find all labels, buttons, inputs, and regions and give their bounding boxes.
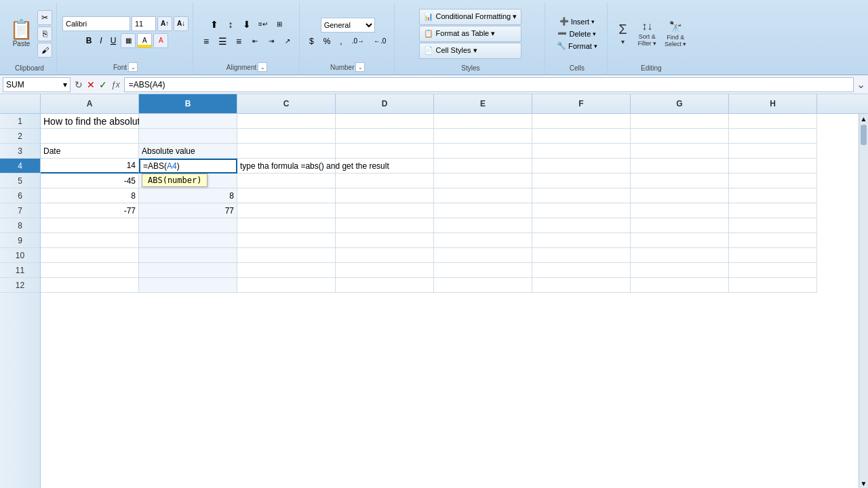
cell-E6[interactable] [434,188,532,203]
cell-A3[interactable]: Date [41,144,139,159]
cell-H2[interactable] [729,129,817,144]
cell-E2[interactable] [434,129,532,144]
cell-G11[interactable] [631,263,729,278]
row-num-1[interactable]: 1 [0,114,40,129]
cell-A12[interactable] [41,278,139,293]
cell-A11[interactable] [41,263,139,278]
cell-E4[interactable] [434,159,532,174]
find-select-button[interactable]: 🔭 Find &Select ▾ [662,16,690,52]
row-num-8[interactable]: 8 [0,218,40,233]
cell-G9[interactable] [631,233,729,248]
cell-H9[interactable] [729,233,817,248]
cell-H5[interactable] [729,174,817,188]
copy-button[interactable]: ⎘ [37,26,52,41]
cell-H10[interactable] [729,248,817,263]
col-header-F[interactable]: F [532,94,631,113]
row-num-6[interactable]: 6 [0,188,40,203]
align-center-button[interactable]: ☰ [215,34,230,49]
sort-filter-button[interactable]: ↕↓ Sort &Filter ▾ [635,16,659,52]
cell-D2[interactable] [336,129,434,144]
formula-input[interactable] [124,77,854,92]
cell-D4[interactable] [336,159,434,174]
font-size-input[interactable] [132,16,156,31]
cell-A2[interactable] [41,129,139,144]
row-num-4[interactable]: 4 [0,159,40,174]
cell-F3[interactable] [532,144,631,159]
cell-A10[interactable] [41,248,139,263]
cell-B12[interactable] [139,278,237,293]
cell-A8[interactable] [41,218,139,233]
cell-B9[interactable] [139,233,237,248]
number-expand[interactable]: ⌄ [355,62,365,72]
col-header-E[interactable]: E [434,94,532,113]
cancel-button[interactable]: ✕ [85,79,96,90]
cell-G1[interactable] [631,114,729,129]
cell-F7[interactable] [532,203,631,218]
cell-D3[interactable] [336,144,434,159]
font-color-button[interactable]: A [153,33,168,48]
cell-H8[interactable] [729,218,817,233]
cell-D7[interactable] [336,203,434,218]
align-right-button[interactable]: ≡ [231,34,246,49]
cell-B8[interactable] [139,218,237,233]
cell-D8[interactable] [336,218,434,233]
cell-E3[interactable] [434,144,532,159]
font-name-input[interactable] [62,16,130,31]
delete-button[interactable]: ➖ Delete ▾ [555,28,599,39]
vertical-scrollbar[interactable]: ▲ ▼ [859,114,868,488]
cell-C12[interactable] [237,278,336,293]
cell-C6[interactable] [237,188,336,203]
cell-A4[interactable]: 14 [41,159,139,174]
cell-A7[interactable]: -77 [41,203,139,218]
row-num-2[interactable]: 2 [0,129,40,144]
cell-F5[interactable] [532,174,631,188]
cell-H4[interactable] [729,159,817,174]
cell-B3[interactable]: Absolute value [139,144,237,159]
cell-H11[interactable] [729,263,817,278]
cell-H3[interactable] [729,144,817,159]
autosum-button[interactable]: Σ ▾ [613,16,632,52]
cell-E8[interactable] [434,218,532,233]
format-painter-button[interactable]: 🖌 [37,43,52,58]
scroll-up-button[interactable]: ▲ [859,114,868,123]
increase-font-button[interactable]: A↑ [157,16,172,31]
conditional-formatting-button[interactable]: 📊 Conditional Formatting ▾ [419,9,521,25]
cell-styles-button[interactable]: 📄 Cell Styles ▾ [419,43,521,59]
font-expand[interactable]: ⌄ [128,62,138,72]
cell-H12[interactable] [729,278,817,293]
row-num-11[interactable]: 11 [0,263,40,278]
format-button[interactable]: 🔧 Format ▾ [554,40,600,52]
border-button[interactable]: ▦ [121,33,136,48]
col-header-B[interactable]: B [139,94,237,113]
fill-color-button[interactable]: A [137,33,152,48]
cell-F10[interactable] [532,248,631,263]
row-num-10[interactable]: 10 [0,248,40,263]
row-num-3[interactable]: 3 [0,144,40,159]
cell-G7[interactable] [631,203,729,218]
cell-H7[interactable] [729,203,817,218]
decrease-decimal-button[interactable]: ←.0 [370,35,390,48]
cell-B6[interactable]: 8 [139,188,237,203]
cell-A5[interactable]: -45 [41,174,139,188]
scroll-down-button[interactable]: ▼ [859,479,868,488]
cell-C3[interactable] [237,144,336,159]
cell-B10[interactable] [139,248,237,263]
bold-button[interactable]: B [83,33,96,48]
cell-H1[interactable] [729,114,817,129]
align-left-button[interactable]: ≡ [199,34,214,49]
name-box[interactable]: SUM ▾ [3,77,71,92]
comma-button[interactable]: , [336,35,346,48]
cell-E5[interactable] [434,174,532,188]
cell-E11[interactable] [434,263,532,278]
decrease-indent-button[interactable]: ⇤ [248,34,262,49]
decrease-font-button[interactable]: A↓ [174,16,189,31]
cell-E12[interactable] [434,278,532,293]
col-header-H[interactable]: H [729,94,817,113]
cell-D5[interactable] [336,174,434,188]
cell-F12[interactable] [532,278,631,293]
cell-E9[interactable] [434,233,532,248]
cell-E10[interactable] [434,248,532,263]
row-num-12[interactable]: 12 [0,278,40,293]
row-num-7[interactable]: 7 [0,203,40,218]
cell-D10[interactable] [336,248,434,263]
